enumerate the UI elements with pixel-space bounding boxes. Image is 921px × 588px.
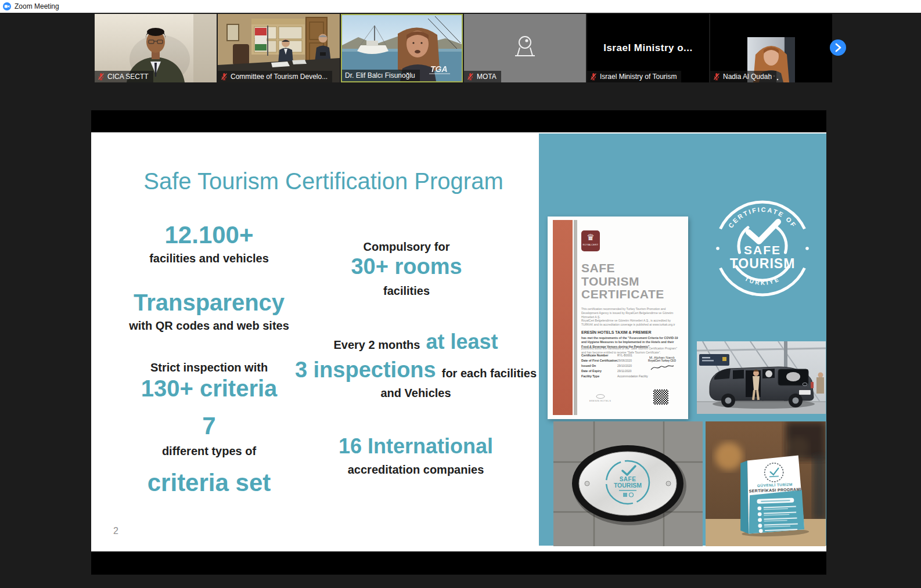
slide-image-panel: CERTIFICATE OF SAFE TOURISM TÜRKİYE ♛ RO… (539, 134, 826, 546)
muted-mic-icon (590, 73, 597, 81)
zoom-meeting-window: { "window": { "title": "Zoom Meeting" },… (0, 0, 921, 588)
participant-name-tag: Committee of Tourism Develo... (218, 71, 332, 82)
stat-transparency-label: with QR codes and web sites (99, 319, 319, 332)
video-thumbnail-israel-ministry[interactable]: Israel Ministry o... Israel Ministry of … (587, 14, 709, 82)
stat-inspection-label: Strict inspection with (99, 361, 319, 374)
window-title: Zoom Meeting (15, 2, 59, 10)
svg-text:TÜRKİYE: TÜRKİYE (744, 276, 781, 286)
certificate-title: SAFE TOURISM CERTIFICATE (581, 262, 664, 301)
inspections-value: 3 inspections (295, 358, 436, 383)
window-title-bar: Zoom Meeting (0, 0, 921, 13)
royalcert-logo: ♛ ROYALCERT (581, 230, 600, 251)
participant-name-tag: MOTA (464, 71, 501, 82)
stat-inspections-line2: 3 inspections for each facilities (294, 358, 538, 383)
participant-name-tag: Nadia Al Qudah (710, 71, 776, 82)
certificate-paragraph-2: RoyalCert Belgelendirme ve Gözetim Hizme… (581, 319, 679, 327)
stat-criteria-set-value: criteria set (99, 470, 319, 496)
stat-facilities-value: 12.100+ (99, 222, 319, 248)
certificate-hotel-name: ERESİN HOTELS TAXIM & PREMIER (581, 330, 651, 334)
stat-rooms-sublabel: facilities (296, 284, 517, 297)
certificate-signature-block: M. Alphan Namlı RoyalCert Turkey CEO (639, 356, 685, 375)
signature-scribble (649, 362, 675, 373)
participant-name: Dr. Elif Balcı Fisunoğlu (345, 71, 415, 80)
stat-transparency-value: Transparency (99, 290, 319, 315)
stat-seven-value: 7 (99, 413, 319, 439)
stat-vehicles-sublabel: and Vehicles (294, 387, 538, 399)
video-thumbnail-nadia[interactable]: Nadia Al Qudah (710, 14, 832, 82)
muted-mic-icon (467, 73, 474, 81)
certificate-qr-code (653, 389, 668, 405)
photo-brochure-stand: GÜVENLİ TURİZM SERTİFİKASI PROGRAMI (706, 421, 826, 546)
stat-international-value: 16 International (294, 435, 538, 457)
safe-tourism-badge: CERTIFICATE OF SAFE TOURISM TÜRKİYE (713, 199, 812, 298)
chevron-right-icon (830, 39, 846, 56)
slide-content: Safe Tourism Certification Program 12.10… (91, 132, 826, 551)
participant-name-tag: Israel Ministry of Tourism (587, 71, 681, 82)
participant-name: MOTA (477, 73, 497, 81)
muted-mic-icon (98, 73, 105, 81)
badge-line1: SAFE (744, 243, 781, 257)
inspections-highlight: at least (426, 330, 498, 354)
participant-name-tag: CICA SECTT (95, 71, 153, 82)
inspections-prefix: Every 2 months (333, 338, 420, 352)
next-participants-button[interactable] (830, 39, 846, 56)
slide-page-number: 2 (113, 526, 118, 536)
video-thumbnail-mota[interactable]: MOTA (464, 14, 586, 82)
participant-name: Nadia Al Qudah (723, 73, 772, 81)
badge-arc-bottom-text: TÜRKİYE (744, 276, 781, 286)
badge-line2: TOURISM (730, 256, 796, 271)
zoom-app-icon (3, 2, 11, 10)
video-thumbnail-cica-sectt[interactable]: CICA SECTT (95, 14, 217, 82)
certificate-paragraph-1: This certification recommended by Turkey… (581, 307, 679, 319)
stat-compulsory-label: Compulsory for (296, 240, 517, 253)
participant-name: CICA SECTT (107, 73, 149, 81)
muted-mic-icon (221, 73, 228, 81)
certificate-accent-stripe (553, 220, 573, 415)
stat-rooms-value: 30+ rooms (296, 255, 517, 279)
shared-screen-slide: Safe Tourism Certification Program 12.10… (91, 110, 826, 575)
eresin-hotels-logo: ERESIN HOTELS (589, 394, 611, 402)
stat-types-label: different types of (99, 445, 319, 457)
muted-mic-icon (713, 73, 720, 81)
participant-name-tag: Dr. Elif Balcı Fisunoğlu (342, 70, 420, 81)
inspections-suffix: for each facilities (442, 367, 537, 380)
stat-criteria-value: 130+ criteria (99, 376, 319, 401)
stat-facilities-label: facilities and vehicles (99, 252, 319, 265)
plaque-line2: TOURISM (614, 482, 642, 489)
participant-name: Israel Ministry of Tourism (600, 73, 677, 81)
slide-title: Safe Tourism Certification Program (114, 168, 533, 194)
participant-name: Committee of Tourism Develo... (231, 73, 328, 81)
photo-wall-plaque: SAFE TOURISM (553, 421, 703, 546)
video-thumbnail-committee[interactable]: Committee of Tourism Develo... (218, 14, 340, 82)
safe-tourism-certificate-document: ♛ ROYALCERT SAFE TOURISM CERTIFICATE Thi… (548, 217, 688, 419)
video-thumbnail-elif-active-speaker[interactable]: TGA Dr. Elif Balcı Fisunoğlu (341, 14, 463, 82)
tga-watermark: TGA (430, 64, 448, 74)
stat-accreditation-label: accreditation companies (294, 463, 538, 476)
stat-inspections-line1: Every 2 months at least (294, 330, 538, 354)
photo-certified-van (697, 341, 826, 414)
